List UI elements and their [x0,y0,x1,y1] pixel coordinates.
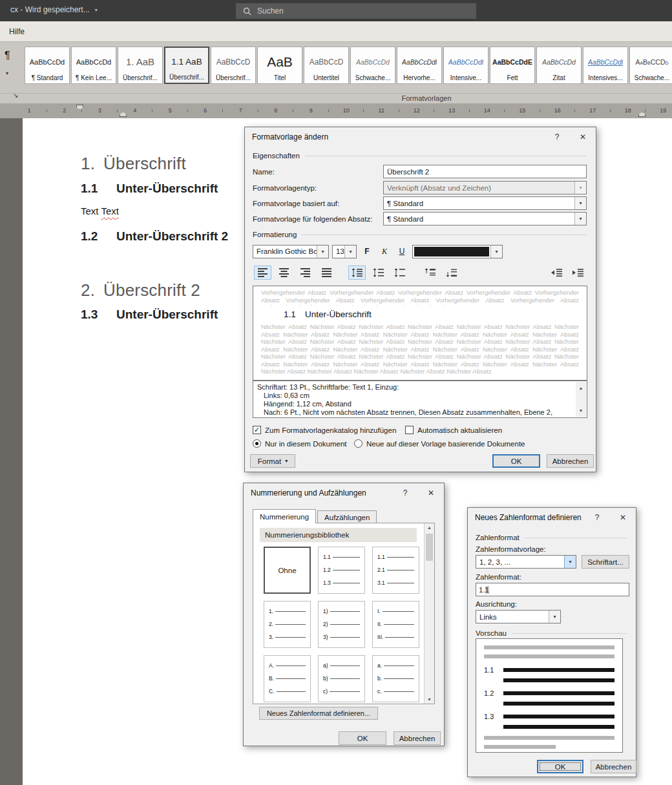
numbering-option-decimal-paren[interactable]: 1) 2) 3) [318,601,365,648]
numbering-option-decimal-dot[interactable]: 1. 2. 3. [264,601,311,648]
style-card[interactable]: AaBbCcDd ¶ Standard [25,47,70,84]
close-icon[interactable]: ✕ [570,127,596,147]
ok-button[interactable]: OK [537,760,583,773]
chevron-down-icon[interactable]: ▾ [317,246,328,258]
numbering-option-lower-alpha-dot[interactable]: a. b. c. [372,655,419,702]
one-point-five-spacing-button[interactable] [370,266,387,280]
scroll-down-icon[interactable]: ▼ [425,697,434,702]
style-card[interactable]: AaBbCcDdl Intensive... [443,47,488,84]
body-text[interactable]: Text Text [81,205,119,216]
style-card[interactable]: AaB Titel [257,47,302,84]
style-card[interactable]: 1.1 AaB Überschrif... [164,47,209,84]
numbering-option-upper-alpha[interactable]: A. B. C. [264,655,311,702]
cancel-button[interactable]: Abbrechen [394,731,441,745]
new-documents-radio[interactable]: Neue auf dieser Vorlage basierende Dokum… [354,439,525,448]
chevron-down-icon[interactable]: ▾ [564,556,576,568]
style-card[interactable]: AaBbCcDdl Hervorhe... [397,47,442,84]
scroll-down-icon[interactable]: ▼ [579,406,583,415]
heading-1[interactable]: 1. Überschrift [81,154,186,174]
option-label: b) [323,675,328,682]
underline-button[interactable]: U [395,245,409,258]
heading-1[interactable]: 2. Überschrift 2 [81,280,200,300]
close-icon[interactable]: ✕ [418,483,444,503]
add-to-gallery-checkbox[interactable]: ✓ Zum Formatvorlagenkatalog hinzufügen [253,426,405,434]
option-label: 1. [269,608,273,614]
numbering-option-lower-alpha-paren[interactable]: a) b) c) [318,655,365,702]
chevron-down-icon[interactable]: ▾ [344,246,356,258]
style-card[interactable]: 1. AaB Überschrif... [118,47,163,84]
numbering-option-roman[interactable]: I. II. III. [372,601,419,648]
following-paragraph-dropdown[interactable]: ¶ Standard ▾ [383,212,587,225]
double-spacing-button[interactable] [391,266,408,280]
increase-space-before-button[interactable] [421,266,439,280]
heading-2[interactable]: 1.3 Unter-Überschrift [81,308,218,322]
chevron-down-icon[interactable]: ▾ [6,70,8,76]
number-format-field[interactable]: 1.1 [476,583,629,596]
option-label: 1.1 [323,554,331,560]
dialog-titlebar[interactable]: Formatvorlage ändern [245,127,596,147]
description-scrollbar[interactable]: ▲ ▼ [576,382,586,417]
help-button[interactable]: ? [544,127,570,147]
sample-line [384,691,414,692]
style-card[interactable]: AaBbCcDd ¶ Kein Lee... [71,47,116,84]
numbering-option-multilevel[interactable]: 1.1 2.1 3.1 [372,547,419,594]
font-button[interactable]: Schriftart... [582,555,629,569]
help-button[interactable]: ? [392,483,418,503]
name-field[interactable]: Überschrift 2 [383,165,587,178]
style-card[interactable]: AaBbCcD Überschrif... [211,47,256,84]
scroll-up-icon[interactable]: ▲ [425,525,434,530]
scrollbar-thumb[interactable] [426,534,433,561]
cancel-button[interactable]: Abbrechen [547,454,594,468]
search-input[interactable]: Suchen [236,3,476,19]
align-right-button[interactable] [297,266,314,280]
close-icon[interactable]: ✕ [610,508,636,527]
align-center-button[interactable] [275,266,293,280]
style-card[interactable]: AaBbCcDd Zitat [536,47,582,84]
decrease-indent-button[interactable] [548,266,565,280]
single-spacing-button[interactable] [348,266,366,280]
align-left-button[interactable] [254,266,271,280]
tab-hilfe[interactable]: Hilfe [5,25,28,39]
justify-button[interactable] [318,266,335,280]
define-new-number-format-button[interactable]: Neues Zahlenformat definieren... [259,707,378,720]
increase-indent-button[interactable] [569,266,587,280]
chevron-down-icon[interactable]: ▾ [549,611,560,623]
preview-heading-text: Unter-Überschrift [305,309,372,319]
document-title[interactable]: cx - Wird gespeichert... ▾ [10,5,98,14]
style-card[interactable]: AaBbCcD Untertitel [304,47,349,84]
increase-space-after-button[interactable] [443,266,460,280]
only-this-document-radio[interactable]: Nur in diesem Dokument [253,439,354,448]
heading-2[interactable]: 1.1 Unter-Überschrift [81,182,218,196]
auto-update-checkbox[interactable]: Automatisch aktualisieren [405,426,502,434]
italic-button[interactable]: K [377,245,392,258]
numbering-option-legal[interactable]: 1.1 1.2 1.3 [318,547,365,594]
pilcrow-button[interactable]: ¶ [5,50,10,61]
library-scrollbar[interactable]: ▲ ▼ [424,523,434,704]
chevron-down-icon[interactable]: ▾ [574,197,586,209]
format-menu-button[interactable]: Format ▾ [250,454,295,468]
style-label: ¶ Kein Lee... [76,74,112,81]
ok-button[interactable]: OK [492,454,540,468]
chevron-down-icon[interactable]: ▾ [490,246,502,258]
ok-button[interactable]: OK [339,731,386,745]
font-color-dropdown[interactable]: ▾ [412,245,503,258]
style-card[interactable]: AaBbCcDdl Intensives... [583,47,628,84]
style-card[interactable]: AaBbCcDdE Fett [490,47,535,84]
style-card[interactable]: AaBbCcDd Schwache... [350,47,395,84]
font-size-dropdown[interactable]: 13 ▾ [332,245,357,258]
tab-nummerierung[interactable]: Nummerierung [253,509,316,523]
style-type-label: Formatvorlagentyp: [253,184,383,192]
chevron-down-icon[interactable]: ▾ [574,213,586,225]
font-name-dropdown[interactable]: Franklin Gothic Bo ▾ [253,245,329,258]
bold-button[interactable]: F [360,245,374,258]
alignment-dropdown[interactable]: Links ▾ [476,610,561,623]
based-on-dropdown[interactable]: ¶ Standard ▾ [383,196,587,210]
help-button[interactable]: ? [584,508,610,527]
scroll-up-icon[interactable]: ▲ [579,384,583,392]
cancel-button[interactable]: Abbrechen [591,760,636,773]
style-card[interactable]: AaBbCCDd Schwache... [629,47,672,84]
number-style-dropdown[interactable]: 1, 2, 3, ... ▾ [476,555,576,569]
heading-2[interactable]: 1.2 Unter-Überschrift 2 [81,229,228,244]
tab-aufzaehlungen[interactable]: Aufzählungen [317,510,377,523]
numbering-option-none[interactable]: Ohne [264,547,311,594]
